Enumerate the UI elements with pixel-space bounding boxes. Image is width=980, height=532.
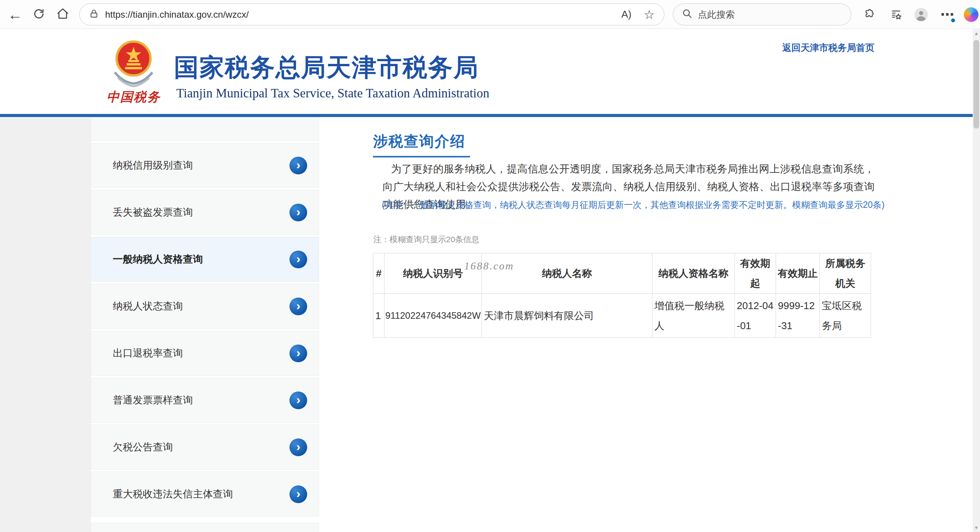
sidebar-item-general-taxpayer-qualification[interactable]: 一般纳税人资格查询 › [91,237,319,282]
cell-index: 1 [373,294,385,338]
cell-qualification: 增值税一般纳税人 [652,294,735,338]
search-icon [682,8,692,21]
col-header-valid-from: 有效期起 [735,253,776,294]
cell-taxpayer-id: 91120224764345842W [385,294,482,338]
chevron-right-icon: › [296,440,301,453]
left-gutter [0,117,91,532]
sidebar-item-label: 普通发票票样查询 [113,393,193,407]
arrow-button[interactable]: › [289,251,307,268]
chevron-right-icon: › [296,487,301,500]
url-text[interactable]: https://tianjin.chinatax.gov.cn/wzcx/ [105,9,615,20]
sidebar-item-label: 纳税人状态查询 [113,299,183,313]
site-title: 国家税务总局天津市税务局 [174,51,479,84]
table-row: 1 91120224764345842W 天津市晨辉饲料有限公司 增值税一般纳税… [373,294,871,338]
cell-valid-to: 9999-12-31 [776,294,820,338]
refresh-button[interactable] [30,6,48,23]
sidebar-item-label: 重大税收违法失信主体查询 [113,487,233,501]
sidebar-item-taxpayer-status[interactable]: 纳税人状态查询 › [91,284,319,329]
scrollbar[interactable]: ▲ ▼ [973,29,980,532]
col-header-index: # [373,253,385,294]
arrow-button[interactable]: › [289,298,307,315]
sidebar-item-export-tax-rebate-rate[interactable]: 出口退税率查询 › [91,331,319,376]
site-header: 中国税务 国家税务总局天津市税务局 Tianjin Municipal Tax … [0,29,980,114]
table-header-row: # 纳税人识别号 纳税人名称 纳税人资格名称 有效期起 有效期止 所属税务机关 [373,253,871,294]
page-title: 涉税查询介绍 [373,132,470,157]
scroll-down-icon[interactable]: ▼ [973,525,980,530]
search-box[interactable]: 点此搜索 [673,3,851,25]
scrollbar-thumb[interactable] [973,40,979,129]
arrow-button[interactable]: › [289,485,307,503]
sidebar-menu: 纳税信用级别查询 › 丢失被盗发票查询 › 一般纳税人资格查询 › 纳税人状态查… [91,117,319,532]
chevron-right-icon: › [296,253,301,265]
col-header-tax-authority: 所属税务机关 [820,253,871,294]
chevron-right-icon: › [296,299,301,312]
sidebar-item-partial-top[interactable] [91,117,319,141]
col-header-valid-to: 有效期止 [776,253,820,294]
sidebar-item-label: 一般纳税人资格查询 [113,253,203,266]
sidebar-item-label: 纳税信用级别查询 [113,159,193,172]
home-button[interactable] [54,6,72,23]
chevron-right-icon: › [296,206,301,218]
favorites-hub-icon[interactable] [888,7,904,23]
scroll-up-icon[interactable]: ▲ [973,31,980,36]
copilot-gradient-circle [964,7,978,22]
sidebar-item-tax-credit-level[interactable]: 纳税信用级别查询 › [91,143,319,188]
sidebar-item-label: 出口退税率查询 [113,346,183,360]
fuzzy-query-note: 注：模糊查询只显示20条信息 [373,234,479,245]
chevron-right-icon: › [296,346,301,359]
sidebar-item-label: 丢失被盗发票查询 [113,206,193,219]
search-placeholder: 点此搜索 [698,8,735,21]
arrow-button[interactable]: › [289,157,307,174]
arrow-button[interactable]: › [289,438,307,456]
back-icon: ← [8,7,22,23]
sidebar-item-tax-arrears-announcement[interactable]: 欠税公告查询 › [91,425,319,470]
cell-taxpayer-name: 天津市晨辉饲料有限公司 [482,294,652,338]
arrow-button[interactable]: › [289,391,307,409]
home-icon [56,7,69,22]
chevron-right-icon: › [296,159,301,171]
header-divider [0,114,980,117]
sidebar-item-partial-bottom[interactable] [91,523,319,532]
notification-dot [950,18,956,23]
col-header-taxpayer-name: 纳税人名称 [482,253,652,294]
more-menu-button[interactable]: ⋯ [939,7,955,23]
refresh-icon [33,8,45,22]
return-home-link[interactable]: 返回天津市税务局首页 [782,42,875,54]
chevron-right-icon: › [296,393,301,406]
tax-bureau-logo: 中国税务 [106,37,161,106]
browser-window: { "browser": { "url": "https://tianjin.c… [0,0,980,532]
sidebar-item-label: 欠税公告查询 [113,440,173,454]
cell-tax-authority: 宝坻区税务局 [820,294,871,338]
site-subtitle: Tianjin Municipal Tax Service, State Tax… [176,86,489,100]
results-table: # 纳税人识别号 纳税人名称 纳税人资格名称 有效期起 有效期止 所属税务机关 … [373,253,871,338]
profile-avatar[interactable] [913,7,929,23]
browser-toolbar: ← https://tianjin.chinatax.gov.cn/wzcx/ … [0,0,980,29]
arrow-button[interactable]: › [289,204,307,221]
site-info-lock-icon[interactable] [89,9,99,20]
extensions-icon[interactable] [861,7,877,23]
read-aloud-icon[interactable]: A) [621,8,631,20]
col-header-taxpayer-id: 纳税人识别号 [385,253,482,294]
copilot-icon[interactable] [963,7,979,23]
arrow-button[interactable]: › [289,345,307,362]
favorite-star-icon[interactable]: ☆ [644,7,655,22]
sidebar-item-major-tax-violation[interactable]: 重大税收违法失信主体查询 › [91,472,319,517]
cell-valid-from: 2012-04-01 [735,294,776,338]
col-header-qualification: 纳税人资格名称 [652,253,735,294]
address-bar[interactable]: https://tianjin.chinatax.gov.cn/wzcx/ A)… [79,3,664,25]
update-note: (其中：一般纳税人资格查询，纳税人状态查询每月征期后更新一次，其他查询根据业务需… [382,199,885,211]
sidebar-item-ordinary-invoice-sample[interactable]: 普通发票票样查询 › [91,378,319,423]
logo-calligraphy: 中国税务 [106,89,161,106]
back-button[interactable]: ← [6,6,24,23]
sidebar-item-lost-stolen-invoice[interactable]: 丢失被盗发票查询 › [91,190,319,235]
